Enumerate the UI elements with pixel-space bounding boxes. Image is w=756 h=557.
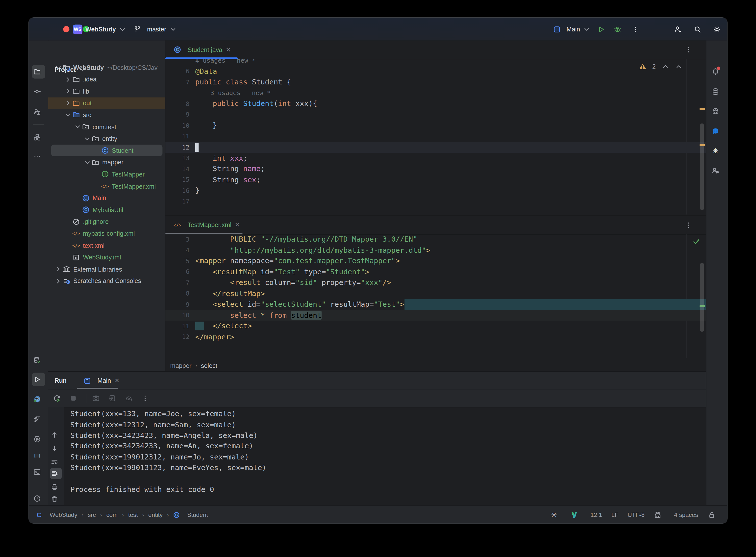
tree-item-testmapper-xml[interactable]: </>TestMapper.xml	[48, 180, 165, 192]
code-with-me-button[interactable]	[674, 18, 685, 40]
openai-plugin-button[interactable]: ✳	[550, 511, 561, 519]
console-printer-button[interactable]	[50, 481, 62, 493]
console-scroll-end-button[interactable]	[50, 468, 62, 479]
tool-strip-chat-bubble[interactable]	[710, 124, 724, 138]
tree-item-mybatis-config-xml[interactable]: </>mybatis-config.xml	[48, 228, 165, 239]
tab-student-java[interactable]: C Student.java ✕	[165, 40, 238, 59]
tree-item--gitignore[interactable]: .gitignore	[48, 216, 165, 228]
line-number[interactable]: 8	[165, 100, 195, 108]
line-number[interactable]: 12	[165, 333, 195, 341]
line-number[interactable]: 4	[165, 246, 195, 254]
tree-item-main[interactable]: CMain	[48, 192, 165, 204]
line-number[interactable]: 10	[165, 122, 195, 129]
chevron-down-icon[interactable]	[74, 123, 82, 131]
run-toolbar-gauge-button[interactable]	[125, 393, 136, 404]
tree-item-lib[interactable]: lib	[48, 85, 165, 97]
close-icon[interactable]: ✕	[226, 46, 231, 53]
chevron-down-icon[interactable]	[83, 135, 91, 143]
editor-options-button[interactable]	[684, 45, 695, 55]
tool-strip-database[interactable]	[710, 85, 724, 98]
status-breadcrumbs[interactable]: WebStudy›src›com›test›entity›CStudent	[29, 511, 550, 518]
line-number[interactable]: 11	[165, 133, 195, 140]
tree-item-webstudy[interactable]: WebStudy~/Desktop/CS/Jav	[48, 62, 165, 73]
chevron-right-icon[interactable]	[55, 265, 62, 273]
line-number[interactable]: 10	[165, 312, 195, 319]
search-everywhere-button[interactable]	[693, 18, 704, 40]
project-widget[interactable]: WS WebStudy	[73, 18, 126, 40]
tree-item-external-libraries[interactable]: External Libraries	[48, 263, 165, 275]
tool-strip-structure[interactable]	[32, 130, 46, 144]
chevron-down-icon[interactable]	[55, 64, 62, 71]
lock-button[interactable]	[707, 511, 718, 519]
run-tab-main[interactable]: Main ✕	[77, 372, 125, 390]
line-number[interactable]: 14	[165, 165, 195, 173]
run-toolbar-more-vertical-button[interactable]	[141, 393, 152, 404]
line-number[interactable]: 15	[165, 176, 195, 183]
close-window-button[interactable]	[63, 26, 69, 32]
tool-strip-notifications-bell[interactable]	[710, 65, 724, 78]
breadcrumb-item[interactable]: mapper	[170, 362, 192, 369]
ai-robot-button[interactable]	[654, 511, 665, 519]
console-trash-button[interactable]	[50, 493, 62, 505]
code-editor-student[interactable]: 4 usages new *6@Data7public class Studen…	[165, 59, 706, 215]
console-arrow-up-button[interactable]	[50, 429, 62, 441]
chevron-right-icon[interactable]	[64, 76, 72, 83]
chevron-down-icon[interactable]	[64, 111, 72, 119]
breadcrumb-item[interactable]: select	[201, 362, 217, 369]
tool-strip-run-play[interactable]	[32, 373, 46, 386]
tree-item-student[interactable]: CStudent	[48, 145, 165, 156]
line-number[interactable]: 6	[165, 268, 195, 275]
more-run-actions-button[interactable]	[631, 18, 642, 40]
line-number[interactable]: 5	[165, 258, 195, 265]
debug-button[interactable]	[613, 18, 624, 40]
line-number[interactable]: 7	[165, 279, 195, 286]
tree-item-src[interactable]: src	[48, 109, 165, 121]
chevron-down-icon[interactable]	[83, 158, 91, 166]
console-arrow-down-button[interactable]	[50, 443, 62, 454]
line-number[interactable]: 8	[165, 290, 195, 297]
tool-strip-owl-plugin[interactable]	[32, 392, 46, 406]
indent-selector[interactable]: 4 spaces	[674, 511, 698, 518]
info-stripe-mark[interactable]	[700, 305, 705, 307]
run-toolbar-stop-button[interactable]	[69, 393, 80, 404]
v-plugin-button[interactable]	[570, 511, 581, 519]
tool-strip-terminal[interactable]	[32, 465, 46, 479]
line-number[interactable]: 16	[165, 187, 195, 194]
tree-item-com-test[interactable]: com.test	[48, 121, 165, 133]
tool-strip-people-chat[interactable]	[710, 164, 724, 177]
line-number[interactable]: 3	[165, 236, 195, 243]
line-number[interactable]: 17	[165, 198, 195, 205]
editor-options-button[interactable]	[684, 221, 695, 231]
run-config-selector[interactable]: Main	[553, 18, 591, 40]
line-number[interactable]: 9	[165, 301, 195, 308]
line-number[interactable]: 6	[165, 67, 195, 75]
tree-item-testmapper[interactable]: ITestMapper	[48, 169, 165, 180]
tree-item-webstudy-iml[interactable]: WebStudy.iml	[48, 252, 165, 263]
tree-item-text-xml[interactable]: </>text.xml	[48, 240, 165, 251]
status-breadcrumb-item[interactable]: com	[106, 511, 118, 518]
tab-testmapper-xml[interactable]: </> TestMapper.xml ✕	[165, 216, 247, 234]
status-breadcrumb-item[interactable]: test	[128, 511, 138, 518]
chevron-right-icon[interactable]	[64, 99, 72, 107]
breadcrumb-bar[interactable]: mapper › select	[170, 360, 217, 371]
line-ending-selector[interactable]: LF	[611, 511, 618, 518]
branch-widget[interactable]: master	[133, 18, 177, 40]
line-number[interactable]: 12	[165, 144, 195, 151]
settings-button[interactable]	[713, 18, 724, 40]
tree-item-scratches-and-consoles[interactable]: Scratches and Consoles	[48, 275, 165, 287]
tool-strip-database-check[interactable]	[32, 353, 46, 367]
tree-item--idea[interactable]: .idea	[48, 74, 165, 85]
tool-strip-project-folder[interactable]	[32, 65, 46, 79]
tool-strip-build-hammer[interactable]	[32, 413, 46, 426]
run-toolbar-camera-button[interactable]	[92, 393, 103, 404]
tool-strip-problems[interactable]	[32, 492, 46, 505]
status-breadcrumb-item[interactable]: entity	[148, 511, 163, 518]
tool-strip-profiler[interactable]	[32, 433, 46, 446]
tree-item-out[interactable]: out	[48, 97, 165, 109]
code-editor-testmapper[interactable]: 3 PUBLIC "-//mybatis.org//DTD Mapper 3.0…	[165, 234, 706, 358]
tool-strip-more-horizontal[interactable]	[32, 149, 46, 163]
scrollbar-thumb[interactable]	[700, 263, 704, 332]
close-icon[interactable]: ✕	[114, 377, 120, 384]
status-breadcrumb-item[interactable]: src	[88, 511, 96, 518]
inspection-widget[interactable]: 2	[639, 62, 683, 70]
